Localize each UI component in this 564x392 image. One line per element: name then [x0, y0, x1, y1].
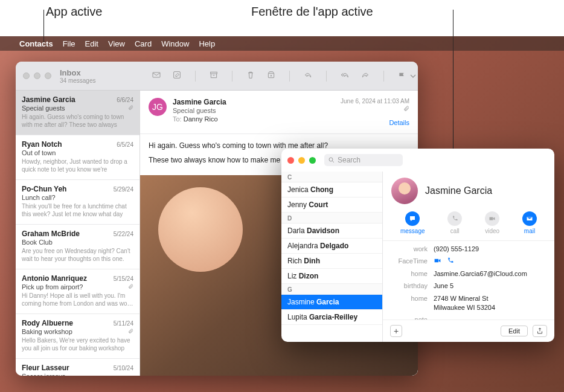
mail-list-item[interactable]: Graham McBride 5/22/24 Book Club Are you… — [16, 225, 139, 269]
paperclip-icon — [128, 329, 133, 335]
mail-sender: Ryan Notch — [22, 140, 62, 149]
details-link[interactable]: Details — [341, 119, 409, 126]
mail-subject: Out of town — [22, 149, 56, 156]
trash-icon[interactable] — [246, 70, 255, 82]
mail-date: 5/15/24 — [114, 275, 133, 282]
mail-close-button[interactable] — [23, 72, 30, 79]
contacts-close-button[interactable] — [287, 157, 294, 164]
facetime-icons[interactable] — [434, 257, 454, 266]
mail-subject: Lunch call? — [22, 194, 56, 201]
compose-icon[interactable] — [172, 70, 182, 82]
contacts-maximize-button[interactable] — [309, 157, 316, 164]
menubar: Contacts File Edit View Card Window Help — [0, 36, 564, 51]
card-row: home2748 W Mineral StMilwaukee WI 53204 — [391, 294, 546, 313]
mail-list-item[interactable]: Antonio Manriquez 5/15/24 Pick up from a… — [16, 269, 139, 314]
contacts-list-item[interactable]: Lupita Garcia-Reilley — [281, 310, 382, 325]
menu-card[interactable]: Card — [135, 39, 152, 48]
content-to: To: Danny Rico — [173, 115, 341, 123]
contact-avatar — [391, 178, 418, 204]
mail-list-item[interactable]: Jasmine Garcia 6/6/24 Special guests Hi … — [16, 91, 139, 135]
contacts-list[interactable]: CJenica ChongJenny CourtDDarla DavidsonA… — [281, 172, 383, 342]
svg-line-14 — [333, 161, 335, 163]
content-from: Jasmine Garcia — [173, 98, 341, 106]
flag-icon[interactable] — [397, 71, 418, 81]
add-button[interactable]: + — [390, 325, 402, 337]
mail-list-item[interactable]: Po-Chun Yeh 5/29/24 Lunch call? Think yo… — [16, 180, 139, 225]
call-action[interactable]: call — [447, 211, 462, 234]
mail-message-list[interactable]: Jasmine Garcia 6/6/24 Special guests Hi … — [16, 91, 140, 376]
menu-window[interactable]: Window — [161, 39, 189, 48]
card-row: birthdayJune 5 — [391, 281, 546, 291]
contacts-list-item[interactable]: Jasmine Garcia — [281, 295, 382, 310]
card-value: June 5 — [434, 281, 453, 291]
mail-list-item[interactable]: Ryan Notch 6/5/24 Out of town Howdy, nei… — [16, 135, 139, 180]
content-date: June 6, 2024 at 11:03 AM — [341, 98, 409, 104]
contacts-section-header: C — [281, 172, 382, 182]
paperclip-icon — [128, 105, 133, 112]
forward-icon[interactable] — [361, 70, 370, 82]
menu-app-name[interactable]: Contacts — [19, 39, 53, 48]
mail-action[interactable]: mail — [522, 211, 537, 234]
mail-maximize-button[interactable] — [45, 72, 51, 79]
svg-rect-5 — [174, 71, 181, 78]
svg-point-13 — [329, 158, 333, 161]
mail-preview: Think you'll be free for a lunchtime cha… — [22, 202, 133, 218]
contacts-list-item[interactable]: Jenica Chong — [281, 182, 382, 198]
mail-subject: Book Club — [22, 239, 53, 246]
reply-all-icon[interactable] — [340, 70, 350, 82]
mail-preview: Howdy, neighbor, Just wanted to drop a q… — [22, 158, 133, 173]
menu-file[interactable]: File — [63, 39, 75, 48]
contacts-minimize-button[interactable] — [298, 157, 305, 164]
mail-subject: Soccer jerseys — [22, 373, 65, 376]
video-action[interactable]: video — [485, 211, 499, 234]
reply-icon[interactable] — [303, 70, 313, 82]
mail-inbox-title: Inbox — [60, 68, 144, 77]
mail-subject: Pick up from airport? — [22, 283, 83, 291]
mail-toolbar: Inbox 34 messages — [16, 62, 418, 91]
contacts-list-item[interactable]: Alejandra Delgado — [281, 239, 382, 254]
junk-icon[interactable] — [266, 70, 276, 82]
card-label: birthday — [391, 281, 428, 291]
mail-preview: Hi Danny! Hope all is well with you. I'm… — [22, 292, 133, 307]
contact-card: Jasmine Garcia message call video mail — [383, 172, 554, 342]
mail-sender: Graham McBride — [22, 230, 80, 238]
card-label: note — [391, 315, 428, 320]
card-row: work(920) 555-1129 — [391, 245, 546, 254]
annotation-overlay: App active Fenêtre de l'app active — [0, 0, 564, 36]
mail-date: 5/10/24 — [114, 365, 133, 371]
svg-rect-6 — [211, 72, 217, 74]
edit-button[interactable]: Edit — [501, 326, 528, 336]
mail-sender: Fleur Lasseur — [22, 364, 69, 372]
envelope-icon[interactable] — [152, 70, 161, 82]
card-row: homeJasmine.Garcia67@iCloud.com — [391, 269, 546, 278]
message-action[interactable]: message — [400, 211, 425, 234]
mail-date: 5/11/24 — [114, 320, 133, 327]
mail-preview: Hi again. Guess who's coming to town wit… — [22, 113, 133, 129]
mail-minimize-button[interactable] — [34, 72, 40, 79]
menu-view[interactable]: View — [108, 39, 125, 48]
mail-subject: Special guests — [22, 104, 65, 112]
mail-date: 5/22/24 — [114, 231, 133, 237]
sender-avatar: JG — [149, 98, 167, 116]
contacts-traffic-lights — [287, 157, 316, 164]
menu-edit[interactable]: Edit — [85, 39, 98, 48]
contacts-section-header: G — [281, 284, 382, 295]
svg-rect-4 — [153, 72, 160, 77]
content-subject: Special guests — [173, 107, 341, 114]
annotation-line-right — [453, 10, 453, 155]
contacts-list-item[interactable]: Darla Davidson — [281, 223, 382, 239]
menu-help[interactable]: Help — [199, 39, 215, 48]
mail-list-item[interactable]: Fleur Lasseur 5/10/24 Soccer jerseys Are… — [16, 359, 139, 376]
mail-inbox-count: 34 messages — [60, 77, 144, 84]
contacts-list-item[interactable]: Rich Dinh — [281, 254, 382, 269]
archive-icon[interactable] — [209, 70, 219, 82]
share-button[interactable] — [533, 325, 547, 337]
video-icon — [485, 211, 499, 226]
contacts-list-item[interactable]: Jenny Court — [281, 198, 382, 213]
mail-traffic-lights — [23, 72, 51, 79]
contacts-list-item[interactable]: Liz Dizon — [281, 269, 382, 284]
mail-list-item[interactable]: Rody Albuerne 5/11/24 Baking workshop He… — [16, 314, 139, 359]
card-label: work — [391, 245, 428, 254]
contacts-search-input[interactable]: Search — [324, 154, 403, 166]
card-label: FaceTime — [391, 257, 428, 266]
